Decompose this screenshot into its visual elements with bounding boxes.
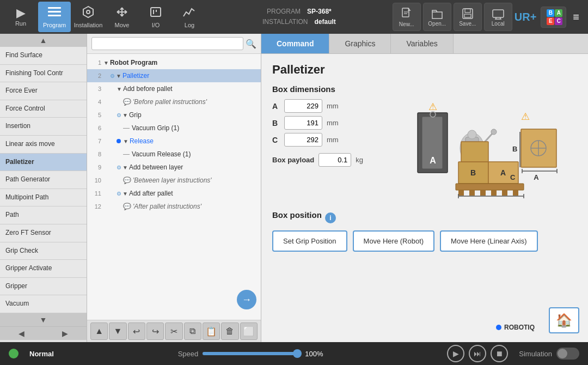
sidebar-item-finishing-tool[interactable]: Finishing Tool Contr: [0, 65, 87, 83]
tab-command[interactable]: Command: [261, 34, 329, 53]
dim-b-input[interactable]: [284, 116, 322, 130]
run-label: Run: [15, 20, 26, 27]
sidebar-item-vacuum[interactable]: Vacuum: [0, 295, 87, 313]
comment-icon: 💬: [123, 98, 131, 106]
table-row[interactable]: 12 💬 'After pallet instructions': [87, 200, 261, 213]
table-row[interactable]: 3 ▼ Add before pallet: [87, 82, 261, 95]
local-button[interactable]: Local: [484, 3, 512, 31]
table-row[interactable]: 8 — Vacuum Release (1): [87, 148, 261, 161]
sidebar-item-palletizer[interactable]: Palletizer: [0, 154, 87, 172]
tree-node-label: Grip: [129, 111, 142, 119]
sidebar-scroll-down[interactable]: ▼: [0, 313, 87, 326]
dim-a-input[interactable]: [284, 99, 322, 113]
tab-variables[interactable]: Variables: [391, 34, 453, 53]
sidebar-item-gripper-activate[interactable]: Gripper Activate: [0, 260, 87, 278]
sidebar-item-multipoint-path[interactable]: Multipoint Path: [0, 189, 87, 207]
sidebar-item-grip-check[interactable]: Grip Check: [0, 242, 87, 260]
installation-label-text: INSTALLATION: [262, 17, 308, 27]
box-diagram-svg: ⚠ A: [374, 99, 559, 200]
tree-navigate-button[interactable]: →: [237, 290, 256, 309]
blue-dot-icon: [117, 139, 121, 143]
svg-point-24: [491, 129, 497, 135]
speed-fill: [203, 352, 301, 355]
sidebar-item-zero-ft-sensor[interactable]: Zero FT Sensor: [0, 224, 87, 242]
table-row[interactable]: 2 ⚙ ▼ Palletizer: [87, 69, 261, 82]
sidebar-item-find-surface[interactable]: Find Surface: [0, 47, 87, 65]
run-button[interactable]: ▶ Run: [4, 2, 37, 32]
menu-button[interactable]: ≡: [568, 7, 584, 28]
tree-node-label: Add before pallet: [123, 85, 173, 93]
content-tabs: Command Graphics Variables: [261, 34, 588, 54]
log-icon: [182, 5, 197, 21]
move-here-robot-button[interactable]: Move Here (Robot): [353, 230, 435, 252]
box-position-title: Box position: [272, 210, 322, 220]
table-row[interactable]: 10 💬 'Between layer instructions': [87, 174, 261, 187]
delete-button[interactable]: 🗑: [221, 323, 238, 340]
tree-node-label: Palletizer: [122, 72, 149, 80]
svg-rect-12: [464, 14, 471, 17]
step-forward-button[interactable]: ⏭: [469, 345, 486, 362]
sidebar-item-linear-axis[interactable]: Linear axis move: [0, 136, 87, 154]
svg-rect-2: [48, 15, 61, 16]
sidebar-item-force-ever[interactable]: Force Ever: [0, 82, 87, 100]
speed-slider[interactable]: [203, 352, 301, 355]
play-button[interactable]: ▶: [447, 345, 464, 362]
layer-icon: ⚙: [117, 165, 121, 171]
payload-input[interactable]: [318, 153, 351, 167]
io-button[interactable]: I/O: [139, 2, 172, 32]
speed-thumb[interactable]: [293, 349, 302, 358]
grip-icon: ⚙: [117, 112, 121, 118]
badge-a: A: [555, 9, 562, 17]
paste-button[interactable]: 📋: [203, 323, 220, 340]
table-row[interactable]: 11 ⚙ ▼ Add after pallet: [87, 187, 261, 200]
bottom-bar: Normal Speed 100% ▶ ⏭ ⏹ Simulation: [0, 342, 588, 365]
sidebar-item-gripper[interactable]: Gripper: [0, 278, 87, 296]
simulation-toggle[interactable]: [556, 348, 579, 360]
diagram-b-label: B: [512, 145, 517, 153]
move-up-button[interactable]: ▲: [90, 323, 108, 340]
stop-button[interactable]: ⏹: [491, 345, 508, 362]
save-button[interactable]: Save...: [454, 3, 482, 31]
tree-node-label: Vacuum Release (1): [132, 150, 191, 158]
installation-button[interactable]: Installation: [72, 2, 105, 32]
box-position-header: Box position i: [272, 210, 577, 225]
move-here-linear-axis-button[interactable]: Move Here (Linear Axis): [440, 230, 537, 252]
tree-expand-icon: ▼: [116, 73, 121, 79]
sidebar-item-insertion[interactable]: Insertion: [0, 118, 87, 136]
sidebar-item-force-control[interactable]: Force Control: [0, 100, 87, 118]
sidebar-item-path[interactable]: Path: [0, 206, 87, 224]
set-grip-position-button[interactable]: Set Grip Position: [272, 230, 347, 252]
dim-c-input[interactable]: [284, 133, 322, 147]
svg-point-22: [468, 130, 476, 139]
move-button[interactable]: Move: [106, 2, 138, 32]
sidebar-scroll-right[interactable]: ▶: [44, 327, 87, 340]
table-row[interactable]: 1 ▼ Robot Program: [87, 56, 261, 69]
sidebar-scroll-left[interactable]: ◀: [0, 327, 44, 340]
table-row[interactable]: 4 💬 'Before pallet instructions': [87, 95, 261, 108]
new-button[interactable]: New...: [393, 3, 421, 31]
table-row[interactable]: 6 — Vacuum Grip (1): [87, 121, 261, 135]
redo-button[interactable]: ↪: [146, 323, 164, 340]
table-row[interactable]: 5 ⚙ ▼ Grip: [87, 108, 261, 121]
cut-button[interactable]: ✂: [165, 323, 182, 340]
dimension-c-row: C mm: [272, 133, 363, 147]
table-row[interactable]: 9 ⚙ ▼ Add between layer: [87, 161, 261, 174]
open-button[interactable]: Open...: [423, 3, 451, 31]
grid-button[interactable]: ⬜: [240, 323, 258, 340]
tree-search-input[interactable]: [91, 37, 243, 50]
dash-icon: —: [123, 150, 130, 158]
program-button[interactable]: Program: [38, 2, 71, 32]
table-row[interactable]: 7 ▼ Release: [87, 135, 261, 148]
copy-button[interactable]: ⧉: [184, 323, 201, 340]
log-button[interactable]: Log: [173, 2, 206, 32]
sidebar-scroll-up[interactable]: ▲: [0, 34, 87, 47]
undo-button[interactable]: ↩: [128, 323, 145, 340]
dim-c-label: C: [272, 136, 280, 144]
status-indicator: [9, 349, 19, 358]
search-icon[interactable]: 🔍: [246, 39, 256, 49]
tab-graphics[interactable]: Graphics: [329, 34, 391, 53]
home-button[interactable]: 🏠: [549, 307, 579, 333]
info-button[interactable]: i: [325, 212, 336, 223]
move-down-button[interactable]: ▼: [109, 323, 126, 340]
sidebar-item-path-generator[interactable]: Path Generator: [0, 171, 87, 189]
